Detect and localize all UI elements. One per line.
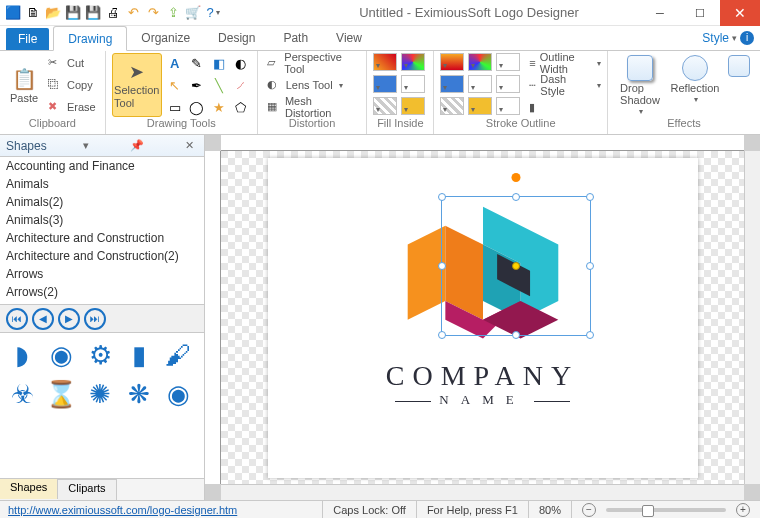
fill-swatch-3[interactable] [373,75,397,93]
fill-swatch-2[interactable] [401,53,425,71]
pen-tool-icon[interactable]: ✒ [187,75,207,95]
erase-button[interactable]: ✖Erase [45,97,99,117]
node-tool-icon[interactable]: ↖ [165,75,185,95]
close-panel-icon[interactable]: ✕ [185,139,194,152]
star-tool-icon[interactable]: ★ [209,97,229,117]
resize-handle[interactable] [438,331,446,339]
stroke-swatch-6[interactable] [496,75,520,93]
brush-tool-icon[interactable]: ⟋ [231,75,251,95]
tab-cliparts[interactable]: Cliparts [58,479,116,500]
shape-thumb[interactable]: ✺ [82,376,118,412]
stroke-swatch-9[interactable] [496,97,520,115]
list-item[interactable]: Arrows(2) [0,283,204,301]
stroke-swatch-7[interactable] [440,97,464,115]
stroke-swatch-1[interactable] [440,53,464,71]
reflection-button[interactable]: Reflection [669,53,721,117]
canvas-viewport[interactable]: COMPANY NAME [221,151,744,484]
stroke-swatch-4[interactable] [440,75,464,93]
fill-swatch-4[interactable] [401,75,425,93]
tab-organize[interactable]: Organize [127,25,204,50]
resize-handle[interactable] [586,331,594,339]
resize-handle[interactable] [438,262,446,270]
minimize-button[interactable]: ─ [640,0,680,26]
new-icon[interactable]: 🗎 [24,4,42,22]
mesh-distortion-button[interactable]: ▦Mesh Distortion [264,97,361,117]
ellipse-tool-icon[interactable]: ◯ [187,97,207,117]
shape-thumb[interactable]: ◉ [160,376,196,412]
list-item[interactable]: Animals [0,175,204,193]
app-icon[interactable]: 🟦 [4,4,22,22]
shape-tool-icon[interactable]: ◧ [209,53,229,73]
first-page-button[interactable]: ⏮ [6,308,28,330]
perspective-tool-button[interactable]: ▱Perspective Tool [264,53,361,73]
list-item[interactable]: Arrows [0,265,204,283]
status-link[interactable]: http://www.eximioussoft.com/logo-designe… [0,504,245,516]
tab-view[interactable]: View [322,25,376,50]
shape-thumb[interactable]: ❋ [121,376,157,412]
tab-shapes[interactable]: Shapes [0,478,58,499]
tab-file[interactable]: File [6,28,49,50]
redo-icon[interactable]: ↷ [144,4,162,22]
drop-shadow-button[interactable]: Drop Shadow [614,53,666,117]
rotate-handle[interactable] [511,173,520,182]
next-page-button[interactable]: ▶ [58,308,80,330]
close-button[interactable]: ✕ [720,0,760,26]
tab-drawing[interactable]: Drawing [53,26,127,51]
freehand-tool-icon[interactable]: ✎ [187,53,207,73]
gradient-tool-icon[interactable]: ◐ [231,53,251,73]
center-handle[interactable] [512,262,520,270]
artboard[interactable]: COMPANY NAME [268,158,698,478]
vertical-scrollbar[interactable] [744,151,760,484]
resize-handle[interactable] [586,193,594,201]
copy-button[interactable]: ⿻Copy [45,75,99,95]
list-item[interactable]: Accounting and Finance [0,157,204,175]
stroke-swatch-3[interactable] [496,53,520,71]
polygon-tool-icon[interactable]: ⬠ [231,97,251,117]
list-item[interactable]: Animals(3) [0,211,204,229]
rect-tool-icon[interactable]: ▭ [165,97,185,117]
zoom-out-button[interactable]: − [582,503,596,517]
resize-handle[interactable] [438,193,446,201]
lens-tool-button[interactable]: ◐Lens Tool [264,75,361,95]
dash-style-button[interactable]: ┄Dash Style [529,75,601,95]
save-all-icon[interactable]: 💾 [84,4,102,22]
list-item[interactable]: Architecture and Construction [0,229,204,247]
zoom-in-button[interactable]: + [736,503,750,517]
save-icon[interactable]: 💾 [64,4,82,22]
resize-handle[interactable] [586,262,594,270]
selection-tool-button[interactable]: ➤ Selection Tool [112,53,162,117]
shape-thumb[interactable]: ◉ [43,337,79,373]
shape-thumb[interactable]: ▮ [121,337,157,373]
print-icon[interactable]: 🖨 [104,4,122,22]
category-list[interactable]: Accounting and Finance Animals Animals(2… [0,157,204,305]
tab-path[interactable]: Path [269,25,322,50]
pin-icon[interactable]: 📌 [130,139,144,152]
tab-design[interactable]: Design [204,25,269,50]
export-icon[interactable]: ⇪ [164,4,182,22]
maximize-button[interactable]: ☐ [680,0,720,26]
cut-button[interactable]: ✂Cut [45,53,99,73]
fill-swatch-6[interactable] [401,97,425,115]
horizontal-scrollbar[interactable] [221,484,744,500]
open-icon[interactable]: 📂 [44,4,62,22]
text-tool-icon[interactable]: A [165,53,185,73]
stroke-swatch-2[interactable] [468,53,492,71]
shape-thumb[interactable]: ⌛ [43,376,79,412]
logo-graphic[interactable]: COMPANY NAME [353,188,613,408]
resize-handle[interactable] [512,331,520,339]
paste-button[interactable]: 📋 Paste [6,53,42,117]
fill-swatch-5[interactable] [373,97,397,115]
outline-width-button[interactable]: ≡Outline Width [529,53,601,73]
selection-box[interactable] [441,196,591,336]
help-icon[interactable]: ? [204,4,222,22]
stroke-swatch-5[interactable] [468,75,492,93]
cart-icon[interactable]: 🛒 [184,4,202,22]
tab-style[interactable]: Style▾i [702,25,754,50]
stroke-swatch-8[interactable] [468,97,492,115]
prev-page-button[interactable]: ◀ [32,308,54,330]
fill-swatch-1[interactable] [373,53,397,71]
undo-icon[interactable]: ↶ [124,4,142,22]
zoom-slider[interactable] [606,508,726,512]
last-page-button[interactable]: ⏭ [84,308,106,330]
list-item[interactable]: Animals(2) [0,193,204,211]
